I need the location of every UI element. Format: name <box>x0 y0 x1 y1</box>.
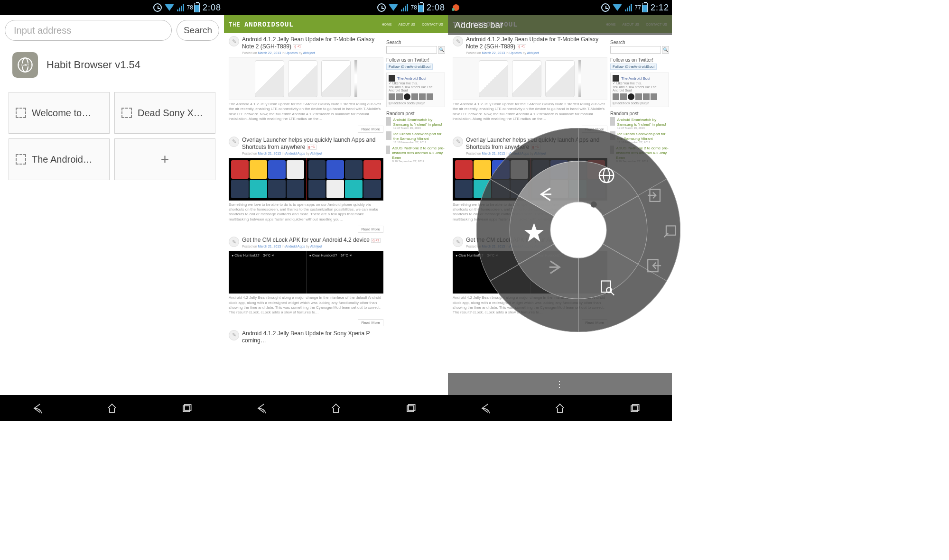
site-logo[interactable]: THE ANDROIDSOUL <box>229 20 294 28</box>
read-more-button[interactable]: Read More <box>358 126 383 133</box>
signal-icon <box>625 4 632 11</box>
edit-icon[interactable] <box>229 137 239 147</box>
sidebar-search-input[interactable] <box>610 46 661 54</box>
wifi-icon <box>165 4 174 11</box>
status-bar: 78 2:08 <box>224 0 448 15</box>
back-icon[interactable] <box>31 402 44 415</box>
back-icon[interactable] <box>255 402 268 415</box>
post-image[interactable] <box>453 57 607 100</box>
speed-dial-tile[interactable]: Dead Sony X… <box>114 92 215 134</box>
read-more-button[interactable]: Read More <box>358 319 383 326</box>
recent-apps-icon[interactable] <box>628 402 641 415</box>
status-bar: 78 2:08 <box>0 0 224 15</box>
sidebar-search-input[interactable] <box>386 46 437 54</box>
post-image[interactable]: ● Clear Humboldt? 34°C ☀ ● Clear Humbold… <box>229 251 383 294</box>
read-more-button[interactable]: Read More <box>358 226 383 233</box>
post-excerpt: The Android 4.1.2 Jelly Bean update for … <box>229 102 383 122</box>
wifi-icon <box>389 4 398 11</box>
webview[interactable]: THE ANDROIDSOUL HOME ABOUT US CONTACT US… <box>224 15 448 395</box>
edit-icon[interactable] <box>453 137 463 147</box>
page-icon <box>16 154 26 165</box>
post: Android 4.1.2 Jelly Bean Update for T-Mo… <box>229 36 383 133</box>
post-title[interactable]: Android 4.1.2 Jelly Bean Update for Sony… <box>242 330 383 344</box>
page-icon <box>16 108 26 118</box>
post: Overlay Launcher helps you quickly launc… <box>229 137 383 233</box>
site-header: THE ANDROIDSOUL HOME ABOUT US CONTACT US <box>224 15 448 33</box>
clock: 2:08 <box>427 3 445 13</box>
signal-icon <box>401 4 408 11</box>
address-bar-overlay[interactable]: Address bar <box>448 15 672 35</box>
sidebar-random-heading: Random post <box>386 111 445 116</box>
home-icon[interactable] <box>329 402 343 415</box>
nav-link[interactable]: ABOUT US <box>398 23 415 26</box>
speed-dial-tile[interactable]: The Android… <box>9 138 110 180</box>
speed-dial-tile[interactable]: Welcome to… <box>9 92 110 134</box>
add-speed-dial-button[interactable]: + <box>114 138 215 180</box>
gplus-badge[interactable]: g +1 <box>371 238 381 243</box>
post-excerpt: The Android 4.1.2 Jelly Bean update for … <box>453 102 607 122</box>
post-excerpt: Something we love to be able to do is to… <box>229 202 383 222</box>
post-excerpt: Android 4.2 Jelly Bean brought along a m… <box>229 295 383 315</box>
signal-icon <box>177 4 184 11</box>
alarm-icon <box>377 3 386 12</box>
edit-icon[interactable] <box>453 237 463 247</box>
clock: 2:08 <box>203 3 221 13</box>
edit-icon[interactable] <box>229 36 239 46</box>
svg-text:HABIT: HABIT <box>21 64 29 66</box>
post-image[interactable] <box>229 57 383 100</box>
post-title[interactable]: Get the CM cLock APK for your Android 4.… <box>242 237 381 244</box>
recent-apps-icon[interactable] <box>404 402 417 415</box>
status-bar: 77 2:12 <box>448 0 672 15</box>
nav-bar <box>224 395 448 421</box>
post-image[interactable] <box>229 158 383 201</box>
svg-point-10 <box>550 202 606 258</box>
post-meta: Posted on March 22, 2013 in Updates by A… <box>242 51 383 55</box>
post-title[interactable]: Android 4.1.2 Jelly Bean Update for T-Mo… <box>466 36 607 50</box>
post-title[interactable]: Android 4.1.2 Jelly Bean Update for T-Mo… <box>242 36 383 50</box>
post-meta: Posted on March 21, 2013 in Android Apps… <box>242 152 383 155</box>
edit-icon[interactable] <box>229 237 239 247</box>
twitter-follow-button[interactable]: Follow @theAndroidSoul <box>386 64 433 70</box>
nav-link[interactable]: HOME <box>381 23 391 26</box>
sidebar-search-button[interactable]: 🔍 <box>662 46 669 54</box>
battery-icon: 78 <box>411 3 424 12</box>
post-meta: Posted on March 21, 2013 in Android Apps… <box>242 245 381 248</box>
random-post-item[interactable]: Ice Cream Sandwich port for the Samsung … <box>386 131 445 144</box>
habit-browser-app-icon: HABIT <box>12 52 38 78</box>
nav-bar <box>0 395 224 421</box>
facebook-like-box[interactable]: The Android Soul ✓ Like You like this. Y… <box>386 73 445 107</box>
gplus-badge[interactable]: g +1 <box>293 44 302 49</box>
sidebar-twitter-heading: Follow us on Twitter! <box>610 57 669 63</box>
post-meta: Posted on March 22, 2013 in Updates by A… <box>466 51 607 55</box>
svg-point-11 <box>591 202 597 208</box>
random-post-item[interactable]: ASUS PadFone 2 to come pre-installed wit… <box>386 146 445 163</box>
pie-menu[interactable] <box>476 128 680 332</box>
facebook-like-box[interactable]: The Android Soul ✓ Like You like this. Y… <box>610 73 669 107</box>
overflow-bar[interactable]: ⋮ <box>448 373 672 395</box>
gplus-badge[interactable]: g +1 <box>307 145 316 150</box>
notification-icon <box>453 4 459 11</box>
overflow-menu-icon[interactable]: ⋮ <box>555 379 565 389</box>
address-input[interactable]: Input address <box>5 20 172 41</box>
random-post-item[interactable]: Android Smartwatch by Samsung is 'indeed… <box>386 117 445 129</box>
gplus-badge[interactable]: g +1 <box>517 44 526 49</box>
nav-link[interactable]: CONTACT US <box>422 23 443 26</box>
sidebar-search-heading: Search <box>610 40 669 45</box>
sidebar-search-button[interactable]: 🔍 <box>438 46 445 54</box>
app-title: Habit Browser v1.54 <box>47 59 140 71</box>
twitter-follow-button[interactable]: Follow @theAndroidSoul <box>610 64 657 70</box>
edit-icon[interactable] <box>453 36 463 46</box>
recent-apps-icon[interactable] <box>180 402 193 415</box>
edit-icon[interactable] <box>229 330 239 340</box>
post-title[interactable]: Overlay Launcher helps you quickly launc… <box>242 137 383 151</box>
wifi-icon <box>613 4 622 11</box>
sidebar-search-heading: Search <box>386 40 445 45</box>
nav-bar <box>448 395 672 421</box>
clock: 2:12 <box>651 3 669 13</box>
page-icon <box>121 108 132 118</box>
search-button[interactable]: Search <box>177 20 219 41</box>
back-icon[interactable] <box>479 402 492 415</box>
home-icon[interactable] <box>553 402 567 415</box>
battery-icon: 77 <box>635 3 648 12</box>
home-icon[interactable] <box>105 402 119 415</box>
